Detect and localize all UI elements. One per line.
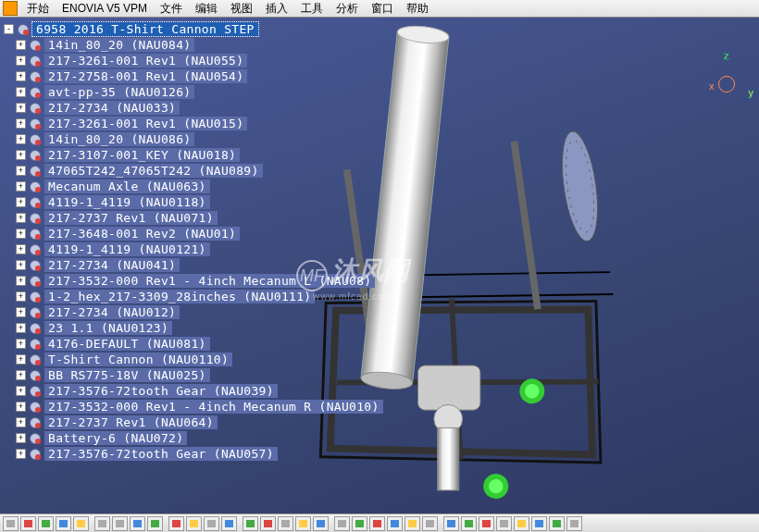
tree-item[interactable]: +217-2734 (NAU033) [4,100,383,116]
tree-item-label[interactable]: avt-pp-35 (NAU0126) [44,85,194,99]
tree-item[interactable]: +217-3648-001 Rev2 (NAU01) [4,226,383,241]
tree-item[interactable]: +217-3576-72tooth Gear (NAU057) [4,446,383,462]
expand-icon[interactable]: + [16,71,26,81]
tree-item-label[interactable]: 217-2737 Rev1 (NAU064) [44,415,218,429]
collapse-icon[interactable]: - [4,24,14,34]
tree-item-label[interactable]: Mecanum Axle (NAU063) [44,179,210,193]
viewport-3d[interactable]: - 6958 2016 T-Shirt Cannon STEP +14in_80… [0,18,759,513]
tool-1[interactable] [3,516,19,531]
tree-item-label[interactable]: 217-3576-72tooth Gear (NAU057) [44,447,278,461]
tree-item[interactable]: +217-2758-001 Rev1 (NAU054) [4,68,383,84]
axis-compass[interactable]: z y x [702,50,753,105]
tree-item-label[interactable]: T-Shirt Cannon (NAU0110) [44,353,232,366]
spec-tree[interactable]: - 6958 2016 T-Shirt Cannon STEP +14in_80… [4,21,383,462]
expand-icon[interactable]: + [16,150,26,160]
expand-icon[interactable]: + [16,449,26,459]
tree-item[interactable]: +T-Shirt Cannon (NAU0110) [4,352,383,367]
expand-icon[interactable]: + [16,370,26,380]
expand-icon[interactable]: + [16,276,26,286]
expand-icon[interactable]: + [16,354,26,365]
tool-8[interactable] [130,516,145,531]
tree-item-label[interactable]: 217-3532-000 Rev1 - 4inch Mecanum R (NAU… [44,400,383,414]
tree-item[interactable]: +4119-1_4119 (NAU0118) [4,194,383,210]
tool-27[interactable] [479,516,494,531]
tree-item-label[interactable]: 14in_80_20 (NAU084) [44,38,194,52]
expand-icon[interactable]: + [16,433,26,443]
menu-enovia[interactable]: ENOVIA V5 VPM [56,2,154,15]
expand-icon[interactable]: + [16,260,26,270]
tool-9[interactable] [147,516,163,531]
menu-analyze[interactable]: 分析 [330,1,365,17]
expand-icon[interactable]: + [16,323,26,333]
tree-item[interactable]: +217-3576-72tooth Gear (NAU039) [4,383,383,399]
expand-icon[interactable]: + [16,307,26,317]
expand-icon[interactable]: + [16,291,26,302]
tool-26[interactable] [461,516,477,531]
tool-4[interactable] [56,516,71,531]
tool-16[interactable] [278,516,293,531]
tool-23[interactable] [404,516,420,531]
tree-item-label[interactable]: 217-3576-72tooth Gear (NAU039) [44,384,278,398]
tree-item[interactable]: +BB RS775-18V (NAU025) [4,367,383,383]
tree-item[interactable]: +Battery-6 (NAU072) [4,430,383,446]
menu-help[interactable]: 帮助 [400,1,435,17]
menu-insert[interactable]: 插入 [259,1,294,17]
tool-3[interactable] [38,516,54,531]
expand-icon[interactable]: + [16,134,26,144]
tool-18[interactable] [313,516,329,531]
tool-6[interactable] [94,516,110,531]
tree-item-label[interactable]: 217-3261-001 Rev1 (NAU055) [44,54,247,68]
tree-item-label[interactable]: 217-2758-001 Rev1 (NAU054) [44,69,247,83]
tree-item[interactable]: +23 1.1 (NAU0123) [4,320,383,336]
expand-icon[interactable]: + [16,244,26,254]
menu-start[interactable]: 开始 [20,1,56,17]
menu-file[interactable]: 文件 [154,1,189,17]
tool-7[interactable] [112,516,128,531]
tool-10[interactable] [168,516,184,531]
tool-19[interactable] [334,516,350,531]
tree-item[interactable]: +217-3107-001_KEY (NAU018) [4,147,383,163]
menu-window[interactable]: 窗口 [365,1,400,17]
tree-item[interactable]: +217-2737 Rev1 (NAU064) [4,414,383,430]
tree-item-label[interactable]: 47065T242_47065T242 (NAU089) [44,164,263,178]
tool-17[interactable] [295,516,311,531]
tree-item-label[interactable]: 23 1.1 (NAU0123) [44,321,172,335]
tree-item-label[interactable]: 217-2734 (NAU041) [44,258,180,272]
tree-item-label[interactable]: 217-3648-001 Rev2 (NAU01) [44,227,240,241]
tree-item[interactable]: +avt-pp-35 (NAU0126) [4,84,383,100]
tool-22[interactable] [387,516,403,531]
tree-item-label[interactable]: BB RS775-18V (NAU025) [44,368,210,382]
tree-item-label[interactable]: 1-2_hex_217-3309_28inches (NAU0111) [44,290,315,303]
tree-item[interactable]: +217-2734 (NAU041) [4,257,383,273]
expand-icon[interactable]: + [16,197,26,207]
tool-14[interactable] [243,516,258,531]
tool-12[interactable] [204,516,219,531]
tree-item-label[interactable]: 217-3107-001_KEY (NAU018) [44,148,240,162]
expand-icon[interactable]: + [16,402,26,412]
expand-icon[interactable]: + [16,181,26,192]
tool-15[interactable] [260,516,276,531]
tool-30[interactable] [531,516,547,531]
tree-item-label[interactable]: 217-3261-001 Rev1 (NAU015) [44,117,247,130]
tool-20[interactable] [352,516,367,531]
tree-item-label[interactable]: 217-2734 (NAU012) [44,305,180,319]
expand-icon[interactable]: + [16,40,26,50]
tree-item[interactable]: +4176-DEFAULT (NAU081) [4,336,383,352]
tool-24[interactable] [422,516,438,531]
tree-root[interactable]: - 6958 2016 T-Shirt Cannon STEP [4,21,383,37]
expand-icon[interactable]: + [16,103,26,113]
tree-item[interactable]: +47065T242_47065T242 (NAU089) [4,163,383,179]
tool-11[interactable] [186,516,202,531]
tree-item[interactable]: +217-2737 Rev1 (NAU071) [4,210,383,226]
tree-item[interactable]: +1-2_hex_217-3309_28inches (NAU0111) [4,289,383,304]
expand-icon[interactable]: + [16,417,26,427]
tree-item-label[interactable]: 217-2737 Rev1 (NAU071) [44,211,218,225]
tool-28[interactable] [496,516,512,531]
menu-edit[interactable]: 编辑 [189,1,224,17]
expand-icon[interactable]: + [16,118,26,129]
tool-31[interactable] [549,516,565,531]
tool-32[interactable] [566,516,582,531]
tree-item[interactable]: +Mecanum Axle (NAU063) [4,179,383,194]
tree-item-label[interactable]: 217-3532-000 Rev1 - 4inch Mecanum L (NAU… [44,274,375,288]
expand-icon[interactable]: + [16,56,26,66]
